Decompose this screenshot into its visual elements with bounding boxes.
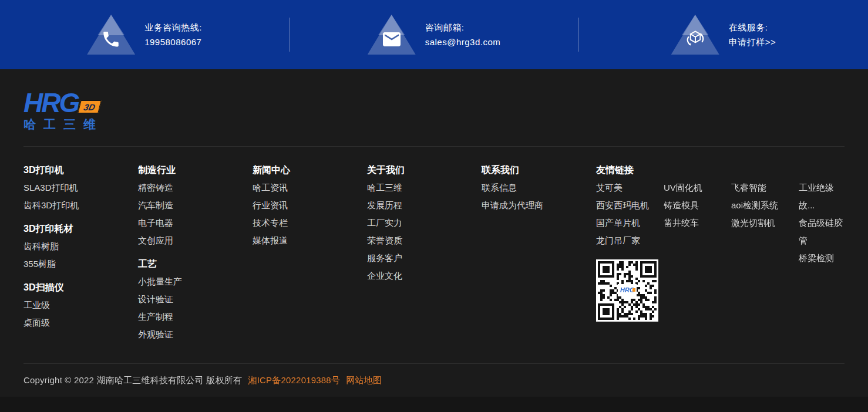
footer: HRG 3D 哈工三维 3D打印机 SLA3D打印机 齿科3D打印机 3D打印耗… [0, 69, 868, 397]
friend-link[interactable]: UV固化机 [664, 179, 731, 197]
nav-group-title: 联系我们 [482, 161, 596, 179]
copyright-bar: Copyright © 2022 湖南哈工三维科技有限公司 版权所有 湘ICP备… [23, 364, 845, 386]
footer-link[interactable]: 外观验证 [138, 326, 253, 343]
footer-link[interactable]: 服务客户 [367, 249, 482, 267]
contact-email: 咨询邮箱: sales@hrg3d.com [290, 0, 578, 69]
footer-link[interactable]: 技术专栏 [253, 214, 367, 232]
logo-text: HRG [23, 91, 78, 114]
bottom-strip [0, 397, 868, 412]
footer-link[interactable]: 生产制程 [138, 308, 253, 326]
logo-subtitle: 哈工三维 [23, 116, 103, 133]
email-address[interactable]: sales@hrg3d.com [425, 38, 501, 47]
copyright-text: Copyright © 2022 湖南哈工三维科技有限公司 版权所有 [23, 375, 242, 385]
friend-links-column: 艾可美 西安西玛电机 国产单片机 龙门吊厂家 [596, 179, 664, 322]
email-label: 咨询邮箱: [425, 23, 501, 32]
friend-links-column: UV固化机 铸造模具 凿井绞车 [664, 179, 731, 322]
friend-link[interactable]: 食品级硅胶管 [799, 214, 845, 249]
nav-column-products: 3D打印机 SLA3D打印机 齿科3D打印机 3D打印耗材 齿科树脂 355树脂… [23, 161, 138, 343]
footer-link[interactable]: 发展历程 [367, 197, 482, 214]
online-service-icon [671, 15, 719, 55]
friend-link[interactable]: 铸造模具 [664, 197, 731, 214]
footer-link[interactable]: 精密铸造 [138, 179, 253, 197]
footer-link[interactable]: 申请成为代理商 [482, 197, 596, 214]
sitemap-link[interactable]: 网站地图 [346, 375, 382, 385]
contact-online-service: 在线服务: 申请打样>> [579, 0, 868, 69]
footer-nav: 3D打印机 SLA3D打印机 齿科3D打印机 3D打印耗材 齿科树脂 355树脂… [23, 161, 845, 343]
friend-links-column: 飞睿智能 aoi检测系统 激光切割机 [731, 179, 799, 322]
footer-link[interactable]: 设计验证 [138, 291, 253, 308]
footer-link[interactable]: 哈工资讯 [253, 179, 367, 197]
hotline-label: 业务咨询热线: [144, 23, 202, 32]
friend-link[interactable]: 艾可美 [596, 179, 664, 197]
friend-link[interactable]: 国产单片机 [596, 214, 664, 232]
footer-divider-top [23, 146, 845, 147]
friend-link[interactable]: 激光切割机 [731, 214, 799, 232]
footer-link[interactable]: 企业文化 [367, 267, 482, 285]
footer-link[interactable]: 桌面级 [23, 314, 138, 332]
footer-link[interactable]: 电子电器 [138, 214, 253, 232]
nav-group-title: 3D打印机 [23, 161, 138, 179]
footer-link[interactable]: 行业资讯 [253, 197, 367, 214]
online-service-label: 在线服务: [729, 23, 776, 32]
brand-logo[interactable]: HRG 3D 哈工三维 [23, 69, 103, 133]
friend-link[interactable]: 龙门吊厂家 [596, 232, 664, 249]
nav-group-title: 工艺 [138, 255, 253, 273]
footer-link[interactable]: 联系信息 [482, 179, 596, 197]
friend-links-title: 友情链接 [596, 161, 845, 179]
footer-link[interactable]: 355树脂 [23, 255, 138, 273]
footer-link[interactable]: 媒体报道 [253, 232, 367, 249]
friend-links-column: 工业绝缘故... 食品级硅胶管 桥梁检测 [799, 179, 845, 322]
request-sample-link[interactable]: 申请打样>> [729, 38, 776, 47]
friend-link[interactable]: 西安西玛电机 [596, 197, 664, 214]
mail-icon [368, 15, 416, 55]
friend-link[interactable]: 飞睿智能 [731, 179, 799, 197]
nav-column-news: 新闻中心 哈工资讯 行业资讯 技术专栏 媒体报道 [253, 161, 367, 343]
friend-link[interactable]: 桥梁检测 [799, 249, 845, 267]
footer-link[interactable]: 小批量生产 [138, 273, 253, 291]
nav-column-industries: 制造行业 精密铸造 汽车制造 电子电器 文创应用 工艺 小批量生产 设计验证 生… [138, 161, 253, 343]
nav-group-title: 关于我们 [367, 161, 482, 179]
footer-link[interactable]: 工业级 [23, 296, 138, 314]
footer-link[interactable]: SLA3D打印机 [23, 179, 138, 197]
nav-group-title: 新闻中心 [253, 161, 367, 179]
footer-link[interactable]: 汽车制造 [138, 197, 253, 214]
contact-hotline: 业务咨询热线: 19958086067 [0, 0, 289, 69]
logo-3d-badge: 3D [78, 100, 102, 113]
friend-link[interactable]: 工业绝缘故... [799, 179, 845, 214]
nav-group-title: 3D打印耗材 [23, 220, 138, 238]
friend-link[interactable]: 凿井绞车 [664, 214, 731, 232]
nav-group-title: 制造行业 [138, 161, 253, 179]
friend-links-section: 友情链接 艾可美 西安西玛电机 国产单片机 龙门吊厂家 UV固化机 铸造模具 凿… [596, 161, 845, 343]
nav-group-title: 3D扫描仪 [23, 279, 138, 296]
nav-column-contact: 联系我们 联系信息 申请成为代理商 [482, 161, 596, 343]
hotline-number[interactable]: 19958086067 [144, 38, 202, 47]
friend-link[interactable]: aoi检测系统 [731, 197, 799, 214]
nav-column-about: 关于我们 哈工三维 发展历程 工厂实力 荣誉资质 服务客户 企业文化 [367, 161, 482, 343]
footer-link[interactable]: 荣誉资质 [367, 232, 482, 249]
footer-link[interactable]: 工厂实力 [367, 214, 482, 232]
qr-code [596, 259, 658, 322]
footer-link[interactable]: 哈工三维 [367, 179, 482, 197]
footer-link[interactable]: 齿科3D打印机 [23, 197, 138, 214]
icp-license-link[interactable]: 湘ICP备2022019388号 [248, 375, 340, 385]
phone-icon [87, 15, 135, 55]
contact-topbar: 业务咨询热线: 19958086067 咨询邮箱: sales@hrg3d.co… [0, 0, 868, 69]
footer-link[interactable]: 齿科树脂 [23, 238, 138, 255]
footer-link[interactable]: 文创应用 [138, 232, 253, 249]
